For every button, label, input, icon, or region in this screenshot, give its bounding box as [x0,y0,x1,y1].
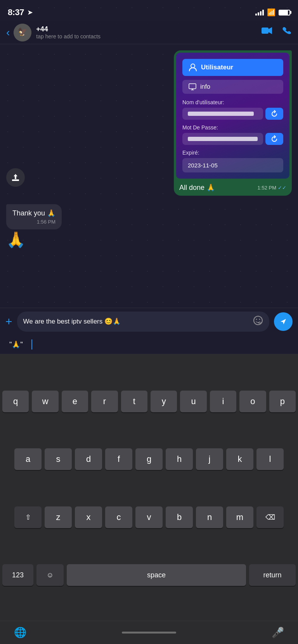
message-time: 1:52 PM [258,185,276,191]
svg-point-7 [254,316,262,325]
svg-rect-2 [262,28,269,34]
emoji-praying[interactable]: 🙏 [12,341,20,348]
microphone-button[interactable]: 🎤 [272,627,284,639]
svg-point-8 [256,319,257,320]
expiry-label: Expiré: [182,150,283,156]
back-button[interactable]: ‹ [6,26,10,39]
video-call-button[interactable] [262,26,272,39]
svg-text:🦅: 🦅 [18,27,28,36]
keyboard-bottom-bar: 🌐 🎤 [0,621,298,644]
contact-info[interactable]: +44 tap here to add to contacts [36,25,262,40]
message-card: Utilisateur info Nom d'utilisateur: [174,50,292,196]
key-g[interactable]: g [135,448,163,470]
username-row [182,108,283,120]
message-input-field[interactable]: We are the best iptv sellers 😊🙏 [17,312,269,332]
key-m[interactable]: m [226,506,253,528]
num-key[interactable]: 123 [2,564,33,586]
key-u[interactable]: u [180,391,206,412]
emoji-suggestion-bar: "🙏" [0,335,298,354]
card-message-footer: All done 🙏 1:52 PM ✓✓ [174,181,292,196]
key-p[interactable]: p [269,391,296,412]
received-text: Thank you 🙏 [12,209,55,217]
key-o[interactable]: o [239,391,266,412]
phone-call-button[interactable] [282,26,292,39]
signal-icon [255,9,264,15]
keyboard-row-1: q w e r t y u i o p [2,391,296,412]
key-z[interactable]: z [45,506,72,528]
key-b[interactable]: b [166,506,193,528]
svg-rect-6 [12,179,19,181]
monitor-icon [189,83,196,90]
key-a[interactable]: a [14,448,42,470]
card-message-text: All done 🙏 [179,183,215,192]
key-f[interactable]: f [105,448,132,470]
expiry-field: Expiré: 2023-11-05 [182,150,283,172]
key-s[interactable]: s [45,448,72,470]
emoji-quote-close: " [20,341,23,348]
key-i[interactable]: i [210,391,236,412]
chat-area: Utilisateur info Nom d'utilisateur: [0,44,298,308]
emoji-key[interactable]: ☺ [36,564,64,586]
info-section: info [182,80,283,94]
password-redacted [188,137,258,141]
key-t[interactable]: t [121,391,147,412]
username-refresh-button[interactable] [265,108,283,120]
key-d[interactable]: d [75,448,102,470]
key-c[interactable]: c [105,506,132,528]
send-button[interactable] [274,312,293,331]
shift-key[interactable]: ⇧ [14,506,42,528]
sticker-button[interactable] [253,315,263,328]
password-row [182,133,283,145]
share-button[interactable] [6,168,25,187]
svg-point-9 [259,319,260,320]
key-q[interactable]: q [2,391,29,412]
key-y[interactable]: y [151,391,177,412]
refresh-icon [270,110,278,118]
key-w[interactable]: w [32,391,58,412]
return-key[interactable]: return [249,564,296,586]
message-input-text: We are the best iptv sellers 😊🙏 [23,317,250,325]
emoji-suggestion-text: "🙏" [9,340,23,349]
globe-button[interactable]: 🌐 [14,627,26,639]
home-indicator [122,632,176,634]
key-k[interactable]: k [226,448,253,470]
text-cursor [31,339,32,350]
utilisateur-label: Utilisateur [201,64,233,71]
refresh-icon-2 [270,135,278,143]
username-redacted [188,112,254,116]
status-icons: 📶 [255,8,290,17]
received-time: 1:56 PM [12,219,55,225]
status-bar: 8:37 ➤ 📶 [0,0,298,21]
expiry-value: 2023-11-05 [182,158,283,172]
username-label: Nom d'utilisateur: [182,99,283,105]
nav-bar: ‹ 🦅 +44 tap here to add to contacts [0,21,298,44]
svg-rect-5 [189,84,196,89]
message-meta: 1:52 PM ✓✓ [258,185,286,191]
key-r[interactable]: r [91,391,118,412]
attach-button[interactable]: + [5,315,12,328]
password-refresh-button[interactable] [265,133,283,145]
keyboard: q w e r t y u i o p a s d f g h j k l ⇧ … [0,354,298,644]
key-n[interactable]: n [196,506,223,528]
input-bar: + We are the best iptv sellers 😊🙏 [0,308,298,335]
key-x[interactable]: x [75,506,102,528]
key-h[interactable]: h [166,448,193,470]
svg-point-4 [191,64,195,68]
password-value [182,133,263,145]
key-v[interactable]: v [135,506,163,528]
delete-key[interactable]: ⌫ [256,506,284,528]
wifi-icon: 📶 [267,8,275,17]
contact-phone: +44 [36,25,262,33]
space-key[interactable]: space [67,564,246,586]
key-j[interactable]: j [196,448,223,470]
avatar: 🦅 [14,24,31,41]
keyboard-rows: q w e r t y u i o p a s d f g h j k l ⇧ … [0,354,298,621]
keyboard-row-3: ⇧ z x c v b n m ⌫ [2,506,296,528]
key-l[interactable]: l [256,448,284,470]
utilisateur-section: Utilisateur [182,59,283,76]
key-e[interactable]: e [62,391,88,412]
password-label: Mot De Passe: [182,124,283,131]
received-message: Thank you 🙏 1:56 PM 🙏 [6,204,62,247]
info-label: info [200,83,210,90]
contact-subtitle: tap here to add to contacts [36,33,262,40]
